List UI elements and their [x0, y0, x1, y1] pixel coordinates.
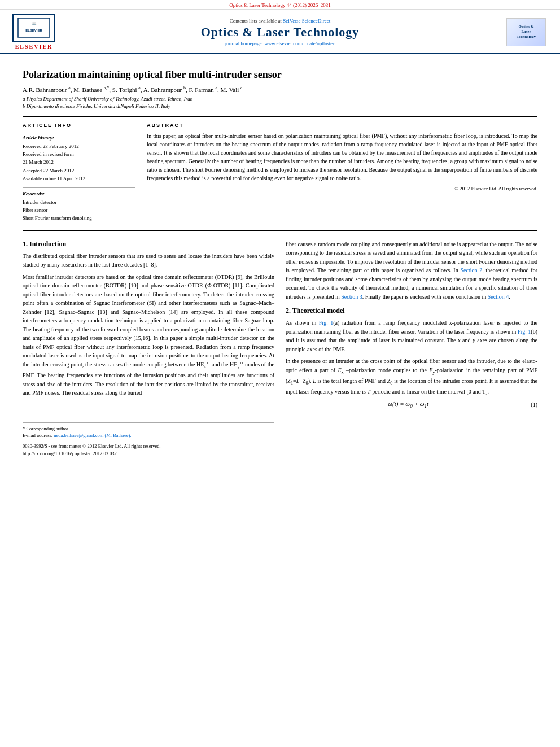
journal-title: Optics & Laser Technology: [56, 25, 504, 40]
abstract-text: In this paper, an optical fiber multi-in…: [147, 132, 537, 182]
section2-para1: As shown in Fig. 1(a) radiation from a r…: [286, 318, 537, 353]
sciverse-line: Contents lists available at SciVerse Sci…: [56, 18, 504, 24]
history-block: Article history: Received 23 February 20…: [23, 132, 135, 183]
intro-heading: 1. Introduction: [23, 240, 274, 248]
journal-logo-right: Optics &LaserTechnology: [504, 18, 549, 46]
keywords-block: Keywords: Intruder detector Fiber sensor…: [23, 187, 135, 222]
elsevier-box: 📖 ELSEVIER: [12, 14, 55, 42]
affiliation-a: a Physics Department of Sharif Universit…: [23, 95, 537, 103]
svg-text:📖: 📖: [32, 21, 37, 26]
svg-text:ELSEVIER: ELSEVIER: [25, 29, 42, 32]
keywords-list: Intruder detector Fiber sensor Short Fou…: [23, 198, 135, 222]
citation-text: Optics & Laser Technology 44 (2012) 2026…: [229, 2, 331, 8]
affiliations: a Physics Department of Sharif Universit…: [23, 95, 537, 111]
journal-header-center: Contents lists available at SciVerse Sci…: [56, 18, 504, 46]
info-abstract-section: ARTICLE INFO Article history: Received 2…: [23, 123, 537, 222]
history-title: Article history:: [23, 135, 135, 141]
footnote-email: E-mail address: neda.bathaee@gmail.com (…: [23, 432, 274, 439]
intro-para1: The distributed optical fiber intruder s…: [23, 252, 274, 269]
history-dates: Received 23 February 2012 Received in re…: [23, 142, 135, 183]
formula-1: ω(t) = ω0 + ω1t (1): [286, 400, 537, 409]
divider-2: [23, 230, 537, 231]
intro-para2: Most familiar intruder detectors are bas…: [23, 273, 274, 397]
body-right-col: fiber causes a random mode coupling and …: [286, 240, 537, 457]
copyright-text: © 2012 Elsevier Ltd. All rights reserved…: [147, 186, 537, 191]
affiliation-b: b Dipartimento di scienze Fisiche, Unive…: [23, 103, 537, 111]
abstract-col: ABSTRACT In this paper, an optical fiber…: [147, 123, 537, 222]
footnote-issn: 0030-3992/$ - see front matter © 2012 El…: [23, 443, 274, 457]
footnote-star: * Corresponding author.: [23, 425, 274, 433]
paper-title: Polarization maintaining optical fiber m…: [23, 69, 537, 81]
abstract-label: ABSTRACT: [147, 123, 537, 128]
body-left-col: 1. Introduction The distributed optical …: [23, 240, 274, 457]
section2-para2: In the presence of an intruder at the cr…: [286, 357, 537, 396]
authors-line: A.R. Bahrampour a, M. Bathaee a,*, S. To…: [23, 85, 537, 93]
article-info-label: ARTICLE INFO: [23, 123, 135, 128]
section2-heading: 2. Theoretical model: [286, 307, 537, 315]
top-citation-bar: Optics & Laser Technology 44 (2012) 2026…: [0, 0, 560, 10]
journal-header: 📖 ELSEVIER ELSEVIER Contents lists avail…: [0, 10, 560, 54]
journal-homepage: journal homepage: www.elsevier.com/locat…: [56, 41, 504, 46]
journal-logo-box: Optics &LaserTechnology: [506, 18, 546, 46]
authors-text: A.R. Bahrampour a, M. Bathaee a,*, S. To…: [23, 86, 243, 93]
formula-expr: ω(t) = ω0 + ω1t: [388, 400, 428, 407]
body-right-para1: fiber causes a random mode coupling and …: [286, 240, 537, 302]
divider-1: [23, 116, 537, 117]
elsevier-logo: 📖 ELSEVIER ELSEVIER: [11, 14, 56, 50]
main-content: Polarization maintaining optical fiber m…: [0, 54, 560, 466]
keywords-title: Keywords:: [23, 191, 135, 196]
formula-num: (1): [531, 401, 537, 408]
article-info-col: ARTICLE INFO Article history: Received 2…: [23, 123, 135, 222]
body-cols: 1. Introduction The distributed optical …: [23, 240, 537, 457]
footnote-area: * Corresponding author. E-mail address: …: [23, 401, 274, 457]
elsevier-label: ELSEVIER: [15, 43, 53, 50]
